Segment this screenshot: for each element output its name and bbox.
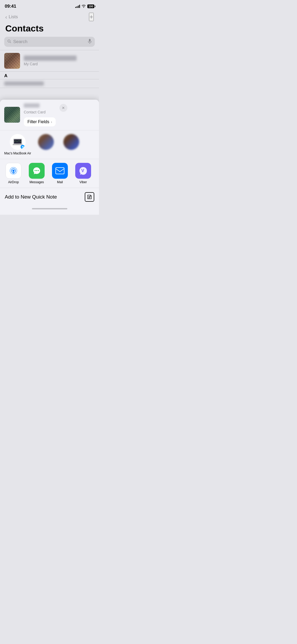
app-item-viber[interactable]: V Viber	[74, 163, 92, 184]
airdrop-signal-icon	[20, 145, 25, 149]
section-header-a: A	[0, 72, 99, 79]
signal-bar-4	[79, 5, 80, 8]
mac-device-name: Mac's MacBook Air	[4, 151, 31, 155]
svg-point-10	[12, 170, 15, 172]
person-1-avatar	[38, 134, 54, 150]
svg-text:V: V	[81, 168, 84, 173]
airdrop-icon-svg	[9, 166, 18, 176]
wifi-icon	[82, 4, 86, 8]
my-card-info: My Card	[24, 56, 95, 66]
airdrop-app-label: AirDrop	[8, 180, 19, 184]
back-label: Lists	[9, 14, 18, 20]
people-section: Mac's MacBook Air	[0, 130, 99, 159]
search-bar[interactable]: Search	[4, 37, 95, 47]
airdrop-signal-inner	[21, 145, 25, 149]
mail-app-icon	[52, 163, 68, 179]
quick-note-icon	[85, 192, 94, 202]
messages-icon-svg	[32, 166, 41, 175]
close-sheet-button[interactable]: ✕	[59, 104, 67, 112]
contact-card-section: Contact Card Filter Fields › ✕	[0, 100, 99, 130]
status-time: 09:41	[5, 4, 16, 9]
my-card-label: My Card	[24, 62, 95, 66]
back-button[interactable]: ‹ Lists	[5, 14, 18, 20]
signal-bar-3	[78, 6, 79, 8]
divider-contact	[0, 88, 99, 88]
signal-bar-1	[75, 7, 76, 8]
status-bar: 09:41 100	[0, 0, 99, 11]
airdrop-person-2[interactable]	[61, 134, 82, 155]
quick-note-svg	[87, 194, 92, 200]
sheet-contact-name-blurred	[24, 103, 40, 108]
airdrop-person-1[interactable]	[35, 134, 56, 155]
home-indicator	[0, 206, 99, 215]
mail-app-label: Mail	[57, 180, 63, 184]
messages-app-icon	[29, 163, 45, 179]
share-sheet: Contact Card Filter Fields › ✕	[0, 100, 99, 215]
signal-bars-icon	[75, 5, 80, 8]
contact-row-1[interactable]	[0, 79, 99, 88]
airdrop-app-icon	[6, 163, 21, 179]
contact-name-blurred-1	[4, 81, 44, 86]
search-input[interactable]: Search	[13, 39, 86, 44]
page-title: Contacts	[5, 23, 94, 34]
svg-rect-8	[16, 144, 19, 144]
chevron-left-icon: ‹	[5, 14, 7, 20]
section-letter-a: A	[4, 73, 7, 78]
app-item-mail[interactable]: Mail	[51, 163, 69, 184]
app-item-airdrop[interactable]: AirDrop	[4, 163, 23, 184]
mic-icon[interactable]	[88, 39, 92, 45]
svg-point-13	[35, 170, 36, 171]
airdrop-waves-svg	[21, 146, 24, 148]
my-card-row[interactable]: My Card	[0, 50, 99, 71]
close-icon: ✕	[62, 106, 65, 110]
messages-app-label: Messages	[30, 180, 44, 184]
viber-icon-svg: V	[78, 166, 88, 176]
quick-note-label: Add to New Quick Note	[5, 194, 57, 200]
signal-bar-2	[77, 6, 77, 8]
svg-point-14	[36, 170, 37, 171]
quick-note-row[interactable]: Add to New Quick Note	[0, 188, 99, 206]
viber-app-label: Viber	[79, 180, 87, 184]
sheet-contact-info: Contact Card Filter Fields ›	[24, 103, 56, 126]
page-title-container: Contacts	[0, 22, 99, 37]
search-container: Search	[0, 37, 99, 50]
airdrop-device-mac[interactable]: Mac's MacBook Air	[4, 134, 31, 155]
home-bar	[32, 208, 67, 209]
my-card-avatar	[4, 53, 20, 69]
mac-avatar-circle	[10, 134, 26, 150]
macbook-svg	[13, 139, 23, 145]
battery-icon: 100	[87, 4, 94, 8]
viber-app-icon: V	[75, 163, 91, 179]
svg-line-1	[10, 42, 11, 43]
apps-section: AirDrop Messages Mail	[0, 159, 99, 188]
filter-fields-chevron-icon: ›	[51, 120, 52, 124]
person-2-avatar	[63, 134, 79, 150]
nav-bar: ‹ Lists +	[0, 11, 99, 22]
sheet-contact-card-label: Contact Card	[24, 110, 56, 114]
mail-icon-svg	[55, 167, 65, 174]
svg-rect-2	[89, 39, 91, 42]
filter-fields-label: Filter Fields	[27, 119, 49, 124]
sheet-contact-avatar	[4, 107, 20, 123]
svg-rect-16	[56, 168, 64, 174]
status-icons: 100	[75, 4, 94, 8]
my-card-name-blurred	[24, 56, 77, 61]
app-item-messages[interactable]: Messages	[27, 163, 46, 184]
filter-fields-button[interactable]: Filter Fields ›	[24, 117, 56, 126]
search-icon	[7, 39, 11, 44]
add-contact-button[interactable]: +	[89, 13, 94, 21]
macbook-icon	[13, 139, 23, 145]
svg-point-15	[38, 170, 39, 171]
